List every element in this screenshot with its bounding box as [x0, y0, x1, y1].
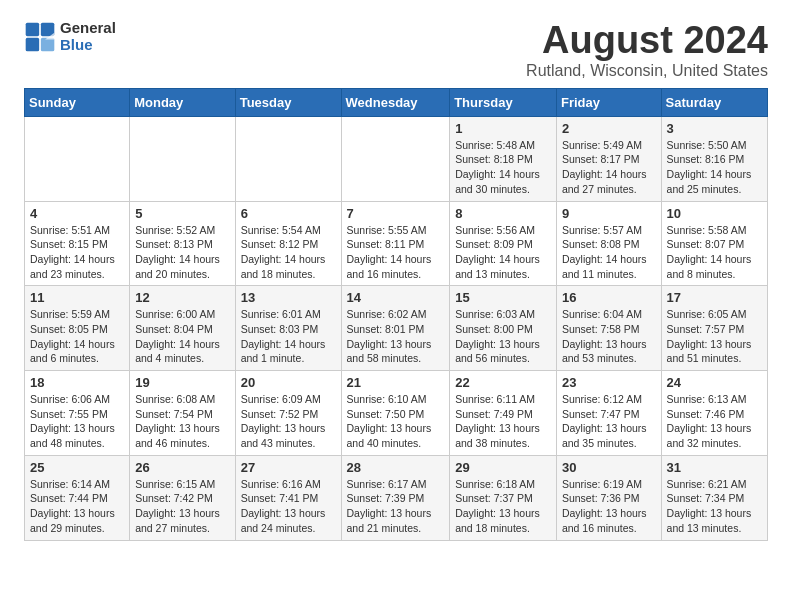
day-number: 11 — [30, 290, 124, 305]
day-info: Sunrise: 5:59 AM Sunset: 8:05 PM Dayligh… — [30, 307, 124, 366]
calendar-cell: 25Sunrise: 6:14 AM Sunset: 7:44 PM Dayli… — [25, 455, 130, 540]
day-info: Sunrise: 6:06 AM Sunset: 7:55 PM Dayligh… — [30, 392, 124, 451]
header-row: Sunday Monday Tuesday Wednesday Thursday… — [25, 88, 768, 116]
day-info: Sunrise: 6:01 AM Sunset: 8:03 PM Dayligh… — [241, 307, 336, 366]
day-info: Sunrise: 6:17 AM Sunset: 7:39 PM Dayligh… — [347, 477, 445, 536]
calendar-cell: 19Sunrise: 6:08 AM Sunset: 7:54 PM Dayli… — [130, 371, 235, 456]
week-row-1: 4Sunrise: 5:51 AM Sunset: 8:15 PM Daylig… — [25, 201, 768, 286]
col-saturday: Saturday — [661, 88, 767, 116]
calendar-cell: 31Sunrise: 6:21 AM Sunset: 7:34 PM Dayli… — [661, 455, 767, 540]
day-info: Sunrise: 5:55 AM Sunset: 8:11 PM Dayligh… — [347, 223, 445, 282]
calendar-cell — [25, 116, 130, 201]
day-number: 28 — [347, 460, 445, 475]
day-info: Sunrise: 6:02 AM Sunset: 8:01 PM Dayligh… — [347, 307, 445, 366]
svg-rect-2 — [26, 37, 39, 50]
calendar-cell: 8Sunrise: 5:56 AM Sunset: 8:09 PM Daylig… — [450, 201, 557, 286]
calendar-cell: 16Sunrise: 6:04 AM Sunset: 7:58 PM Dayli… — [556, 286, 661, 371]
col-friday: Friday — [556, 88, 661, 116]
week-row-3: 18Sunrise: 6:06 AM Sunset: 7:55 PM Dayli… — [25, 371, 768, 456]
calendar-cell: 23Sunrise: 6:12 AM Sunset: 7:47 PM Dayli… — [556, 371, 661, 456]
calendar-cell: 14Sunrise: 6:02 AM Sunset: 8:01 PM Dayli… — [341, 286, 450, 371]
day-number: 17 — [667, 290, 762, 305]
calendar-cell: 20Sunrise: 6:09 AM Sunset: 7:52 PM Dayli… — [235, 371, 341, 456]
day-info: Sunrise: 6:03 AM Sunset: 8:00 PM Dayligh… — [455, 307, 551, 366]
calendar-cell — [235, 116, 341, 201]
day-info: Sunrise: 6:12 AM Sunset: 7:47 PM Dayligh… — [562, 392, 656, 451]
col-tuesday: Tuesday — [235, 88, 341, 116]
day-info: Sunrise: 6:04 AM Sunset: 7:58 PM Dayligh… — [562, 307, 656, 366]
day-number: 29 — [455, 460, 551, 475]
logo: General Blue — [24, 20, 116, 53]
calendar-cell: 5Sunrise: 5:52 AM Sunset: 8:13 PM Daylig… — [130, 201, 235, 286]
header: General Blue August 2024 Rutland, Wiscon… — [24, 20, 768, 80]
col-sunday: Sunday — [25, 88, 130, 116]
day-info: Sunrise: 6:16 AM Sunset: 7:41 PM Dayligh… — [241, 477, 336, 536]
day-number: 27 — [241, 460, 336, 475]
week-row-2: 11Sunrise: 5:59 AM Sunset: 8:05 PM Dayli… — [25, 286, 768, 371]
day-number: 23 — [562, 375, 656, 390]
day-number: 12 — [135, 290, 229, 305]
day-info: Sunrise: 6:13 AM Sunset: 7:46 PM Dayligh… — [667, 392, 762, 451]
calendar-cell: 26Sunrise: 6:15 AM Sunset: 7:42 PM Dayli… — [130, 455, 235, 540]
day-info: Sunrise: 5:58 AM Sunset: 8:07 PM Dayligh… — [667, 223, 762, 282]
day-number: 2 — [562, 121, 656, 136]
day-number: 31 — [667, 460, 762, 475]
logo-icon — [24, 21, 56, 53]
day-number: 16 — [562, 290, 656, 305]
col-monday: Monday — [130, 88, 235, 116]
day-info: Sunrise: 5:51 AM Sunset: 8:15 PM Dayligh… — [30, 223, 124, 282]
day-number: 25 — [30, 460, 124, 475]
calendar-cell: 9Sunrise: 5:57 AM Sunset: 8:08 PM Daylig… — [556, 201, 661, 286]
day-number: 30 — [562, 460, 656, 475]
calendar-cell: 15Sunrise: 6:03 AM Sunset: 8:00 PM Dayli… — [450, 286, 557, 371]
calendar-cell: 6Sunrise: 5:54 AM Sunset: 8:12 PM Daylig… — [235, 201, 341, 286]
svg-rect-3 — [41, 37, 54, 50]
col-thursday: Thursday — [450, 88, 557, 116]
day-number: 22 — [455, 375, 551, 390]
day-number: 13 — [241, 290, 336, 305]
calendar-cell: 2Sunrise: 5:49 AM Sunset: 8:17 PM Daylig… — [556, 116, 661, 201]
day-info: Sunrise: 6:10 AM Sunset: 7:50 PM Dayligh… — [347, 392, 445, 451]
calendar-cell: 22Sunrise: 6:11 AM Sunset: 7:49 PM Dayli… — [450, 371, 557, 456]
day-number: 7 — [347, 206, 445, 221]
calendar-cell: 28Sunrise: 6:17 AM Sunset: 7:39 PM Dayli… — [341, 455, 450, 540]
day-info: Sunrise: 5:57 AM Sunset: 8:08 PM Dayligh… — [562, 223, 656, 282]
day-number: 14 — [347, 290, 445, 305]
day-info: Sunrise: 6:14 AM Sunset: 7:44 PM Dayligh… — [30, 477, 124, 536]
day-number: 18 — [30, 375, 124, 390]
day-number: 4 — [30, 206, 124, 221]
calendar-body: 1Sunrise: 5:48 AM Sunset: 8:18 PM Daylig… — [25, 116, 768, 540]
day-info: Sunrise: 5:49 AM Sunset: 8:17 PM Dayligh… — [562, 138, 656, 197]
calendar-cell: 1Sunrise: 5:48 AM Sunset: 8:18 PM Daylig… — [450, 116, 557, 201]
day-number: 26 — [135, 460, 229, 475]
day-number: 20 — [241, 375, 336, 390]
day-number: 1 — [455, 121, 551, 136]
day-number: 24 — [667, 375, 762, 390]
day-info: Sunrise: 6:11 AM Sunset: 7:49 PM Dayligh… — [455, 392, 551, 451]
day-info: Sunrise: 6:21 AM Sunset: 7:34 PM Dayligh… — [667, 477, 762, 536]
week-row-4: 25Sunrise: 6:14 AM Sunset: 7:44 PM Dayli… — [25, 455, 768, 540]
calendar-cell: 12Sunrise: 6:00 AM Sunset: 8:04 PM Dayli… — [130, 286, 235, 371]
calendar-cell: 10Sunrise: 5:58 AM Sunset: 8:07 PM Dayli… — [661, 201, 767, 286]
day-info: Sunrise: 5:48 AM Sunset: 8:18 PM Dayligh… — [455, 138, 551, 197]
week-row-0: 1Sunrise: 5:48 AM Sunset: 8:18 PM Daylig… — [25, 116, 768, 201]
day-number: 6 — [241, 206, 336, 221]
day-number: 5 — [135, 206, 229, 221]
day-number: 15 — [455, 290, 551, 305]
day-number: 19 — [135, 375, 229, 390]
day-info: Sunrise: 6:08 AM Sunset: 7:54 PM Dayligh… — [135, 392, 229, 451]
main-title: August 2024 — [526, 20, 768, 62]
calendar-cell: 27Sunrise: 6:16 AM Sunset: 7:41 PM Dayli… — [235, 455, 341, 540]
day-info: Sunrise: 5:56 AM Sunset: 8:09 PM Dayligh… — [455, 223, 551, 282]
logo-text: General Blue — [60, 20, 116, 53]
day-info: Sunrise: 6:19 AM Sunset: 7:36 PM Dayligh… — [562, 477, 656, 536]
col-wednesday: Wednesday — [341, 88, 450, 116]
day-info: Sunrise: 6:05 AM Sunset: 7:57 PM Dayligh… — [667, 307, 762, 366]
svg-rect-1 — [41, 22, 54, 35]
calendar-cell: 4Sunrise: 5:51 AM Sunset: 8:15 PM Daylig… — [25, 201, 130, 286]
svg-rect-0 — [26, 22, 39, 35]
calendar-cell: 13Sunrise: 6:01 AM Sunset: 8:03 PM Dayli… — [235, 286, 341, 371]
day-number: 10 — [667, 206, 762, 221]
calendar-cell: 24Sunrise: 6:13 AM Sunset: 7:46 PM Dayli… — [661, 371, 767, 456]
title-block: August 2024 Rutland, Wisconsin, United S… — [526, 20, 768, 80]
